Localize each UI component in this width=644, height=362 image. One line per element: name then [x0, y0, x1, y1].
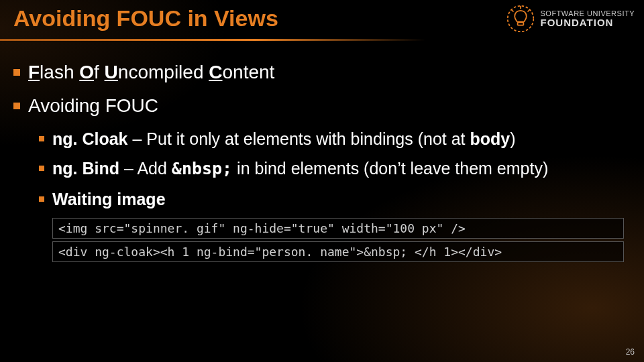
subbullet-waiting-image: Waiting image [39, 188, 631, 210]
bullet-icon [39, 136, 44, 141]
page-number: 26 [626, 347, 635, 357]
title-underline [0, 39, 425, 41]
bullet-text: ng. Cloak – Put it only at elements with… [52, 128, 516, 150]
lightbulb-icon [506, 4, 535, 34]
svg-line-4 [527, 9, 530, 12]
bullet-text: Waiting image [52, 188, 166, 210]
code-line-1: <img src="spinner. gif" ng-hide="true" w… [52, 218, 624, 239]
bullet-icon [13, 103, 20, 109]
bullet-text: Avoiding FOUC [28, 94, 158, 118]
bullet-avoiding-fouc: Avoiding FOUC [13, 94, 631, 118]
code-block: <img src="spinner. gif" ng-hide="true" w… [52, 218, 624, 262]
bullet-icon [13, 69, 20, 76]
subbullet-ngbind: ng. Bind – Add &nbsp; in bind elements (… [39, 158, 631, 180]
slide-title: Avoiding FOUC in Views [13, 5, 278, 32]
subbullet-ngcloak: ng. Cloak – Put it only at elements with… [39, 128, 631, 150]
svg-line-3 [511, 9, 514, 12]
brand-line-1: SOFTWARE UNIVERSITY [541, 9, 635, 17]
bullet-icon [39, 166, 44, 171]
bullet-fouc-acronym: Flash Of Uncompiled Content [13, 60, 631, 84]
bullet-text: Flash Of Uncompiled Content [28, 60, 274, 84]
content-area: Flash Of Uncompiled Content Avoiding FOU… [13, 60, 631, 265]
slide: Avoiding FOUC in Views SOFTWARE UNIVERSI… [0, 0, 644, 362]
brand-text: SOFTWARE UNIVERSITY FOUNDATION [541, 9, 635, 29]
code-line-2: <div ng-cloak><h 1 ng-bind="person. name… [52, 241, 624, 262]
brand-logo: SOFTWARE UNIVERSITY FOUNDATION [506, 4, 635, 34]
svg-rect-1 [517, 22, 523, 25]
brand-line-2: FOUNDATION [541, 17, 635, 29]
bullet-text: ng. Bind – Add &nbsp; in bind elements (… [52, 158, 548, 180]
bullet-icon [39, 196, 44, 202]
